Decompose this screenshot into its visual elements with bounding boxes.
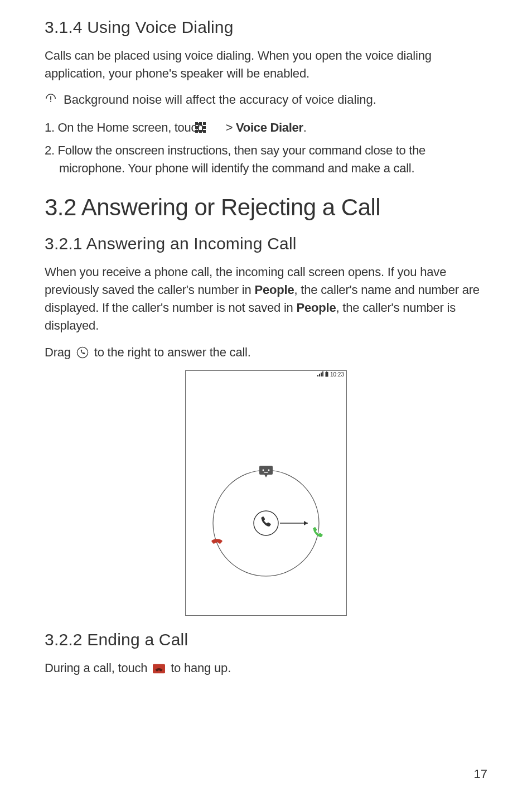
step1-bold: Voice Dialer: [236, 120, 303, 134]
drag-instruction: Drag to the right to answer the call.: [45, 344, 487, 361]
battery-icon: [325, 371, 328, 378]
svg-rect-13: [321, 373, 322, 376]
end-call-icon: [153, 661, 165, 671]
step1-suffix: .: [303, 120, 307, 134]
svg-rect-15: [326, 371, 327, 372]
para-314: Calls can be placed using voice dialing.…: [45, 47, 487, 83]
caution-icon: [45, 93, 57, 105]
para-322: During a call, touch to hang up.: [45, 659, 487, 677]
svg-rect-12: [319, 374, 320, 376]
para321-bold1: People: [255, 283, 294, 297]
step-1: 1. On the Home screen, touch > Voice Dia…: [45, 119, 487, 137]
status-bar: 10:23: [317, 371, 344, 378]
svg-rect-2: [195, 122, 198, 125]
step1-prefix: 1. On the Home screen, touch: [45, 120, 207, 134]
svg-rect-14: [322, 371, 323, 376]
drag-a: Drag: [45, 345, 74, 359]
endcall-a: During a call, touch: [45, 661, 151, 675]
steps-314: 1. On the Home screen, touch > Voice Dia…: [45, 119, 487, 178]
svg-rect-11: [317, 375, 318, 376]
svg-rect-19: [259, 466, 273, 475]
svg-point-20: [263, 470, 264, 471]
svg-rect-8: [199, 130, 202, 133]
phone-figure: 10:23: [45, 370, 487, 616]
endcall-b: to hang up.: [171, 661, 231, 675]
heading-314: 3.1.4 Using Voice Dialing: [45, 18, 487, 37]
heading-321: 3.2.1 Answering an Incoming Call: [45, 234, 487, 253]
step-2: 2. Follow the onscreen instructions, the…: [45, 142, 487, 177]
svg-point-21: [268, 470, 270, 471]
page-number: 17: [474, 767, 487, 781]
phone-screen: 10:23: [185, 370, 347, 616]
svg-rect-9: [203, 130, 206, 133]
step1-sep: >: [226, 120, 236, 134]
drag-b: to the right to answer the call.: [94, 345, 251, 359]
apps-grid-icon: [209, 120, 220, 131]
note-row: Background noise will affect the accurac…: [45, 91, 487, 109]
svg-rect-0: [50, 96, 51, 99]
status-time: 10:23: [330, 371, 344, 378]
svg-rect-16: [325, 372, 328, 377]
signal-icon: [317, 371, 323, 378]
svg-rect-4: [203, 122, 206, 125]
svg-rect-1: [50, 100, 51, 102]
heading-322: 3.2.2 Ending a Call: [45, 630, 487, 649]
heading-32: 3.2 Answering or Rejecting a Call: [45, 194, 487, 221]
svg-rect-3: [199, 122, 202, 125]
incoming-call-ring: [194, 434, 338, 581]
phone-circle-icon: [76, 346, 89, 358]
para-321: When you receive a phone call, the incom…: [45, 263, 487, 335]
para321-bold2: People: [297, 301, 336, 315]
svg-rect-5: [195, 126, 198, 129]
svg-rect-6: [203, 126, 206, 129]
note-text: Background noise will affect the accurac…: [64, 91, 376, 109]
svg-rect-7: [195, 130, 198, 133]
